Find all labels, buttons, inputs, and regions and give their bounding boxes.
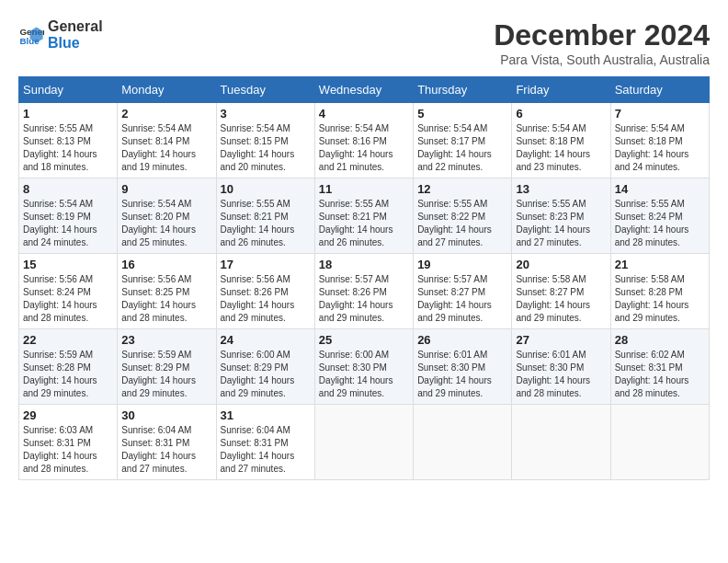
day-number: 20 <box>516 258 606 271</box>
calendar-cell: 21 Sunrise: 5:58 AM Sunset: 8:28 PM Dayl… <box>610 254 709 329</box>
day-number: 11 <box>319 182 409 196</box>
calendar-cell: 7 Sunrise: 5:54 AM Sunset: 8:18 PM Dayli… <box>610 103 709 178</box>
day-number: 27 <box>516 333 606 347</box>
day-number: 26 <box>417 333 507 347</box>
calendar-week-row: 29 Sunrise: 6:03 AM Sunset: 8:31 PM Dayl… <box>19 405 710 480</box>
day-info: Sunrise: 5:55 AM Sunset: 8:21 PM Dayligh… <box>221 198 311 249</box>
day-info: Sunrise: 5:59 AM Sunset: 8:28 PM Dayligh… <box>23 349 113 400</box>
day-info: Sunrise: 5:57 AM Sunset: 8:26 PM Dayligh… <box>319 273 409 325</box>
day-number: 8 <box>23 182 113 196</box>
day-info: Sunrise: 5:55 AM Sunset: 8:21 PM Dayligh… <box>319 198 409 249</box>
day-info: Sunrise: 5:54 AM Sunset: 8:16 PM Dayligh… <box>319 122 409 174</box>
calendar-cell: 13 Sunrise: 5:55 AM Sunset: 8:23 PM Dayl… <box>512 178 610 254</box>
calendar-cell <box>610 405 709 480</box>
day-number: 30 <box>121 408 211 422</box>
calendar-cell: 8 Sunrise: 5:54 AM Sunset: 8:19 PM Dayli… <box>19 178 118 254</box>
day-number: 28 <box>615 333 705 347</box>
calendar-cell: 23 Sunrise: 5:59 AM Sunset: 8:29 PM Dayl… <box>118 329 216 405</box>
day-info: Sunrise: 5:58 AM Sunset: 8:27 PM Dayligh… <box>516 273 606 325</box>
column-header-thursday: Thursday <box>414 77 512 103</box>
title-block: December 2024 Para Vista, South Australi… <box>494 18 710 67</box>
calendar-cell: 31 Sunrise: 6:04 AM Sunset: 8:31 PM Dayl… <box>216 405 314 480</box>
calendar-week-row: 15 Sunrise: 5:56 AM Sunset: 8:24 PM Dayl… <box>19 254 710 329</box>
day-number: 10 <box>221 182 311 196</box>
calendar-cell: 19 Sunrise: 5:57 AM Sunset: 8:27 PM Dayl… <box>414 254 512 329</box>
day-number: 14 <box>615 182 705 196</box>
calendar-cell: 1 Sunrise: 5:55 AM Sunset: 8:13 PM Dayli… <box>19 103 118 178</box>
day-info: Sunrise: 5:54 AM Sunset: 8:19 PM Dayligh… <box>23 198 113 249</box>
column-header-friday: Friday <box>512 77 610 103</box>
day-info: Sunrise: 5:54 AM Sunset: 8:17 PM Dayligh… <box>417 122 507 174</box>
page-header: General Blue General Blue December 2024 … <box>18 18 710 67</box>
day-info: Sunrise: 6:00 AM Sunset: 8:29 PM Dayligh… <box>221 349 311 400</box>
calendar-cell: 15 Sunrise: 5:56 AM Sunset: 8:24 PM Dayl… <box>19 254 118 329</box>
column-header-sunday: Sunday <box>19 77 118 103</box>
calendar-cell: 9 Sunrise: 5:54 AM Sunset: 8:20 PM Dayli… <box>118 178 216 254</box>
day-number: 13 <box>516 182 606 196</box>
calendar-cell: 10 Sunrise: 5:55 AM Sunset: 8:21 PM Dayl… <box>216 178 314 254</box>
calendar-cell: 24 Sunrise: 6:00 AM Sunset: 8:29 PM Dayl… <box>216 329 314 405</box>
calendar-cell <box>414 405 512 480</box>
day-info: Sunrise: 5:56 AM Sunset: 8:25 PM Dayligh… <box>121 273 211 325</box>
calendar-table: SundayMondayTuesdayWednesdayThursdayFrid… <box>18 76 710 480</box>
calendar-cell: 20 Sunrise: 5:58 AM Sunset: 8:27 PM Dayl… <box>512 254 610 329</box>
calendar-cell: 28 Sunrise: 6:02 AM Sunset: 8:31 PM Dayl… <box>610 329 709 405</box>
day-info: Sunrise: 5:58 AM Sunset: 8:28 PM Dayligh… <box>615 273 705 325</box>
day-info: Sunrise: 6:01 AM Sunset: 8:30 PM Dayligh… <box>417 349 507 400</box>
logo: General Blue General Blue <box>18 18 103 51</box>
column-header-saturday: Saturday <box>610 77 709 103</box>
calendar-cell: 18 Sunrise: 5:57 AM Sunset: 8:26 PM Dayl… <box>314 254 413 329</box>
day-number: 6 <box>516 107 606 121</box>
day-number: 21 <box>615 258 705 271</box>
day-number: 12 <box>417 182 507 196</box>
day-number: 16 <box>121 258 211 271</box>
column-header-tuesday: Tuesday <box>216 77 314 103</box>
logo-icon: General Blue <box>18 22 44 48</box>
day-info: Sunrise: 6:01 AM Sunset: 8:30 PM Dayligh… <box>516 349 606 400</box>
location: Para Vista, South Australia, Australia <box>494 52 710 67</box>
calendar-week-row: 22 Sunrise: 5:59 AM Sunset: 8:28 PM Dayl… <box>19 329 710 405</box>
day-info: Sunrise: 5:54 AM Sunset: 8:18 PM Dayligh… <box>516 122 606 174</box>
calendar-week-row: 8 Sunrise: 5:54 AM Sunset: 8:19 PM Dayli… <box>19 178 710 254</box>
calendar-cell: 2 Sunrise: 5:54 AM Sunset: 8:14 PM Dayli… <box>118 103 216 178</box>
logo-line1: General <box>48 18 103 35</box>
day-number: 19 <box>417 258 507 271</box>
calendar-cell: 27 Sunrise: 6:01 AM Sunset: 8:30 PM Dayl… <box>512 329 610 405</box>
day-info: Sunrise: 5:54 AM Sunset: 8:18 PM Dayligh… <box>615 122 705 174</box>
column-header-wednesday: Wednesday <box>314 77 413 103</box>
calendar-cell <box>314 405 413 480</box>
column-header-monday: Monday <box>118 77 216 103</box>
day-number: 17 <box>221 258 311 271</box>
day-info: Sunrise: 5:59 AM Sunset: 8:29 PM Dayligh… <box>121 349 211 400</box>
day-number: 9 <box>121 182 211 196</box>
calendar-cell: 17 Sunrise: 5:56 AM Sunset: 8:26 PM Dayl… <box>216 254 314 329</box>
calendar-cell: 3 Sunrise: 5:54 AM Sunset: 8:15 PM Dayli… <box>216 103 314 178</box>
calendar-cell: 11 Sunrise: 5:55 AM Sunset: 8:21 PM Dayl… <box>314 178 413 254</box>
day-number: 1 <box>23 107 113 121</box>
calendar-cell <box>512 405 610 480</box>
day-number: 2 <box>121 107 211 121</box>
day-number: 22 <box>23 333 113 347</box>
calendar-cell: 5 Sunrise: 5:54 AM Sunset: 8:17 PM Dayli… <box>414 103 512 178</box>
day-info: Sunrise: 5:56 AM Sunset: 8:26 PM Dayligh… <box>221 273 311 325</box>
day-number: 23 <box>121 333 211 347</box>
calendar-cell: 29 Sunrise: 6:03 AM Sunset: 8:31 PM Dayl… <box>19 405 118 480</box>
calendar-cell: 6 Sunrise: 5:54 AM Sunset: 8:18 PM Dayli… <box>512 103 610 178</box>
month-title: December 2024 <box>494 18 710 52</box>
day-info: Sunrise: 5:55 AM Sunset: 8:22 PM Dayligh… <box>417 198 507 249</box>
calendar-header-row: SundayMondayTuesdayWednesdayThursdayFrid… <box>19 77 710 103</box>
calendar-cell: 30 Sunrise: 6:04 AM Sunset: 8:31 PM Dayl… <box>118 405 216 480</box>
day-info: Sunrise: 5:54 AM Sunset: 8:20 PM Dayligh… <box>121 198 211 249</box>
calendar-cell: 26 Sunrise: 6:01 AM Sunset: 8:30 PM Dayl… <box>414 329 512 405</box>
day-info: Sunrise: 5:54 AM Sunset: 8:14 PM Dayligh… <box>121 122 211 174</box>
day-info: Sunrise: 5:55 AM Sunset: 8:13 PM Dayligh… <box>23 122 113 174</box>
calendar-cell: 12 Sunrise: 5:55 AM Sunset: 8:22 PM Dayl… <box>414 178 512 254</box>
day-info: Sunrise: 5:57 AM Sunset: 8:27 PM Dayligh… <box>417 273 507 325</box>
day-info: Sunrise: 5:54 AM Sunset: 8:15 PM Dayligh… <box>221 122 311 174</box>
day-number: 15 <box>23 258 113 271</box>
day-number: 3 <box>221 107 311 121</box>
day-number: 5 <box>417 107 507 121</box>
day-number: 4 <box>319 107 409 121</box>
day-number: 24 <box>221 333 311 347</box>
day-info: Sunrise: 6:04 AM Sunset: 8:31 PM Dayligh… <box>121 424 211 476</box>
